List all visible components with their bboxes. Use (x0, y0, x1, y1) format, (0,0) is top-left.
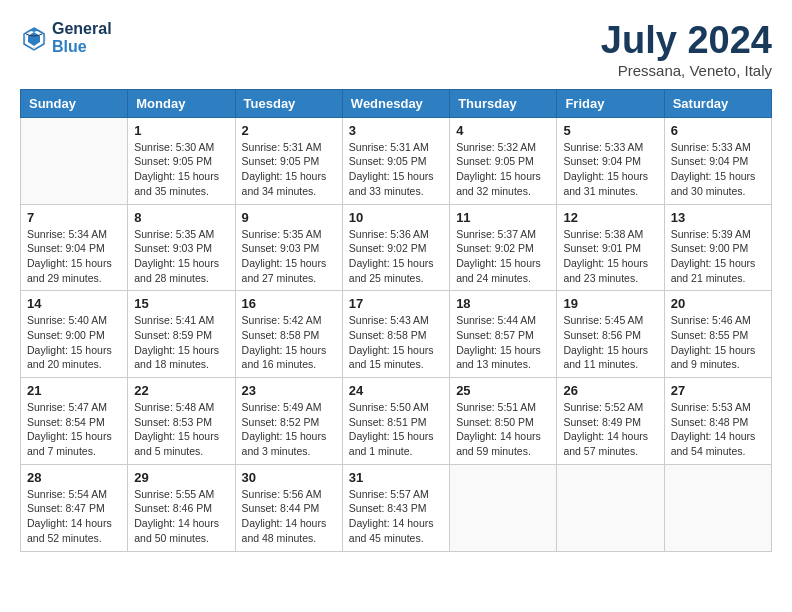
day-number: 18 (456, 296, 550, 311)
title-block: July 2024 Pressana, Veneto, Italy (601, 20, 772, 79)
calendar-cell: 12Sunrise: 5:38 AMSunset: 9:01 PMDayligh… (557, 204, 664, 291)
calendar-cell: 19Sunrise: 5:45 AMSunset: 8:56 PMDayligh… (557, 291, 664, 378)
day-info: Sunrise: 5:42 AMSunset: 8:58 PMDaylight:… (242, 313, 336, 372)
day-info: Sunrise: 5:35 AMSunset: 9:03 PMDaylight:… (134, 227, 228, 286)
day-info: Sunrise: 5:52 AMSunset: 8:49 PMDaylight:… (563, 400, 657, 459)
day-info: Sunrise: 5:31 AMSunset: 9:05 PMDaylight:… (349, 140, 443, 199)
calendar-cell: 24Sunrise: 5:50 AMSunset: 8:51 PMDayligh… (342, 378, 449, 465)
day-number: 21 (27, 383, 121, 398)
day-info: Sunrise: 5:33 AMSunset: 9:04 PMDaylight:… (671, 140, 765, 199)
day-number: 30 (242, 470, 336, 485)
month-title: July 2024 (601, 20, 772, 62)
day-info: Sunrise: 5:32 AMSunset: 9:05 PMDaylight:… (456, 140, 550, 199)
day-number: 17 (349, 296, 443, 311)
day-info: Sunrise: 5:45 AMSunset: 8:56 PMDaylight:… (563, 313, 657, 372)
calendar-cell: 13Sunrise: 5:39 AMSunset: 9:00 PMDayligh… (664, 204, 771, 291)
calendar-cell (557, 464, 664, 551)
logo-line2: Blue (52, 38, 112, 56)
day-number: 8 (134, 210, 228, 225)
day-number: 4 (456, 123, 550, 138)
day-number: 19 (563, 296, 657, 311)
calendar-cell: 22Sunrise: 5:48 AMSunset: 8:53 PMDayligh… (128, 378, 235, 465)
day-number: 2 (242, 123, 336, 138)
day-number: 24 (349, 383, 443, 398)
calendar-cell: 25Sunrise: 5:51 AMSunset: 8:50 PMDayligh… (450, 378, 557, 465)
calendar-cell: 28Sunrise: 5:54 AMSunset: 8:47 PMDayligh… (21, 464, 128, 551)
day-info: Sunrise: 5:44 AMSunset: 8:57 PMDaylight:… (456, 313, 550, 372)
calendar-cell: 18Sunrise: 5:44 AMSunset: 8:57 PMDayligh… (450, 291, 557, 378)
weekday-header-saturday: Saturday (664, 89, 771, 117)
calendar-cell: 16Sunrise: 5:42 AMSunset: 8:58 PMDayligh… (235, 291, 342, 378)
calendar-cell: 9Sunrise: 5:35 AMSunset: 9:03 PMDaylight… (235, 204, 342, 291)
day-info: Sunrise: 5:46 AMSunset: 8:55 PMDaylight:… (671, 313, 765, 372)
calendar-cell: 11Sunrise: 5:37 AMSunset: 9:02 PMDayligh… (450, 204, 557, 291)
day-info: Sunrise: 5:48 AMSunset: 8:53 PMDaylight:… (134, 400, 228, 459)
calendar-week-4: 21Sunrise: 5:47 AMSunset: 8:54 PMDayligh… (21, 378, 772, 465)
day-info: Sunrise: 5:31 AMSunset: 9:05 PMDaylight:… (242, 140, 336, 199)
calendar-table: SundayMondayTuesdayWednesdayThursdayFrid… (20, 89, 772, 552)
weekday-header-wednesday: Wednesday (342, 89, 449, 117)
logo: General Blue (20, 20, 112, 56)
calendar-cell: 10Sunrise: 5:36 AMSunset: 9:02 PMDayligh… (342, 204, 449, 291)
calendar-cell: 4Sunrise: 5:32 AMSunset: 9:05 PMDaylight… (450, 117, 557, 204)
day-number: 27 (671, 383, 765, 398)
day-number: 25 (456, 383, 550, 398)
day-number: 7 (27, 210, 121, 225)
calendar-cell (450, 464, 557, 551)
calendar-cell: 21Sunrise: 5:47 AMSunset: 8:54 PMDayligh… (21, 378, 128, 465)
day-info: Sunrise: 5:49 AMSunset: 8:52 PMDaylight:… (242, 400, 336, 459)
calendar-cell: 2Sunrise: 5:31 AMSunset: 9:05 PMDaylight… (235, 117, 342, 204)
day-number: 13 (671, 210, 765, 225)
calendar-cell: 29Sunrise: 5:55 AMSunset: 8:46 PMDayligh… (128, 464, 235, 551)
page-header: General Blue July 2024 Pressana, Veneto,… (20, 20, 772, 79)
location-subtitle: Pressana, Veneto, Italy (601, 62, 772, 79)
calendar-cell: 30Sunrise: 5:56 AMSunset: 8:44 PMDayligh… (235, 464, 342, 551)
day-number: 6 (671, 123, 765, 138)
day-info: Sunrise: 5:30 AMSunset: 9:05 PMDaylight:… (134, 140, 228, 199)
calendar-cell: 15Sunrise: 5:41 AMSunset: 8:59 PMDayligh… (128, 291, 235, 378)
day-number: 28 (27, 470, 121, 485)
day-number: 14 (27, 296, 121, 311)
calendar-cell: 20Sunrise: 5:46 AMSunset: 8:55 PMDayligh… (664, 291, 771, 378)
day-info: Sunrise: 5:37 AMSunset: 9:02 PMDaylight:… (456, 227, 550, 286)
calendar-week-1: 1Sunrise: 5:30 AMSunset: 9:05 PMDaylight… (21, 117, 772, 204)
calendar-week-5: 28Sunrise: 5:54 AMSunset: 8:47 PMDayligh… (21, 464, 772, 551)
day-info: Sunrise: 5:55 AMSunset: 8:46 PMDaylight:… (134, 487, 228, 546)
day-number: 16 (242, 296, 336, 311)
day-info: Sunrise: 5:47 AMSunset: 8:54 PMDaylight:… (27, 400, 121, 459)
calendar-cell: 1Sunrise: 5:30 AMSunset: 9:05 PMDaylight… (128, 117, 235, 204)
calendar-cell: 3Sunrise: 5:31 AMSunset: 9:05 PMDaylight… (342, 117, 449, 204)
day-info: Sunrise: 5:54 AMSunset: 8:47 PMDaylight:… (27, 487, 121, 546)
calendar-cell: 23Sunrise: 5:49 AMSunset: 8:52 PMDayligh… (235, 378, 342, 465)
day-number: 23 (242, 383, 336, 398)
day-info: Sunrise: 5:56 AMSunset: 8:44 PMDaylight:… (242, 487, 336, 546)
day-info: Sunrise: 5:39 AMSunset: 9:00 PMDaylight:… (671, 227, 765, 286)
calendar-cell (664, 464, 771, 551)
calendar-cell: 26Sunrise: 5:52 AMSunset: 8:49 PMDayligh… (557, 378, 664, 465)
calendar-cell: 6Sunrise: 5:33 AMSunset: 9:04 PMDaylight… (664, 117, 771, 204)
day-info: Sunrise: 5:43 AMSunset: 8:58 PMDaylight:… (349, 313, 443, 372)
day-number: 26 (563, 383, 657, 398)
weekday-header-friday: Friday (557, 89, 664, 117)
day-number: 12 (563, 210, 657, 225)
weekday-header-tuesday: Tuesday (235, 89, 342, 117)
calendar-cell: 8Sunrise: 5:35 AMSunset: 9:03 PMDaylight… (128, 204, 235, 291)
day-info: Sunrise: 5:50 AMSunset: 8:51 PMDaylight:… (349, 400, 443, 459)
day-info: Sunrise: 5:34 AMSunset: 9:04 PMDaylight:… (27, 227, 121, 286)
day-number: 15 (134, 296, 228, 311)
calendar-week-2: 7Sunrise: 5:34 AMSunset: 9:04 PMDaylight… (21, 204, 772, 291)
day-number: 20 (671, 296, 765, 311)
day-number: 31 (349, 470, 443, 485)
calendar-cell: 7Sunrise: 5:34 AMSunset: 9:04 PMDaylight… (21, 204, 128, 291)
calendar-cell: 27Sunrise: 5:53 AMSunset: 8:48 PMDayligh… (664, 378, 771, 465)
day-info: Sunrise: 5:40 AMSunset: 9:00 PMDaylight:… (27, 313, 121, 372)
day-number: 3 (349, 123, 443, 138)
day-info: Sunrise: 5:35 AMSunset: 9:03 PMDaylight:… (242, 227, 336, 286)
day-number: 22 (134, 383, 228, 398)
day-number: 9 (242, 210, 336, 225)
weekday-header-thursday: Thursday (450, 89, 557, 117)
day-info: Sunrise: 5:33 AMSunset: 9:04 PMDaylight:… (563, 140, 657, 199)
calendar-header-row: SundayMondayTuesdayWednesdayThursdayFrid… (21, 89, 772, 117)
day-info: Sunrise: 5:53 AMSunset: 8:48 PMDaylight:… (671, 400, 765, 459)
day-info: Sunrise: 5:57 AMSunset: 8:43 PMDaylight:… (349, 487, 443, 546)
